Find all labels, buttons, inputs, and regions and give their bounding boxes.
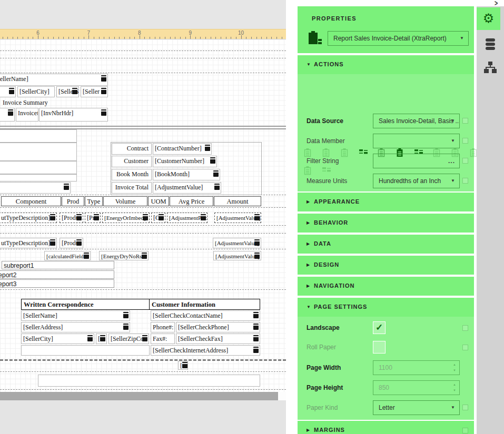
report-control[interactable]: [CustomerNumber] [153, 156, 217, 167]
report-control[interactable]: [SellerName] [0, 74, 108, 86]
field-smart-tag-icon[interactable] [214, 184, 220, 190]
report-control[interactable]: [SellerCity] [17, 86, 55, 97]
report-control[interactable]: Volume [103, 196, 147, 206]
report-control[interactable]: [AdjustmentValue] [213, 251, 261, 260]
report-control[interactable]: [calculatedField1 [44, 251, 91, 260]
page-height-input[interactable]: 850 ▲▼ [373, 380, 460, 395]
filter-string-input[interactable]: ... [373, 154, 460, 168]
report-control[interactable]: [ [178, 361, 188, 370]
report-control[interactable]: [SellerAddress] [21, 322, 130, 332]
section-margins-header[interactable]: ▶ MARGINS [298, 421, 474, 434]
report-control[interactable]: Phone#: [151, 322, 175, 332]
report-control[interactable]: [Or [151, 213, 165, 223]
report-control[interactable]: [SellerS [56, 86, 79, 97]
report-control[interactable] [0, 174, 77, 181]
field-smart-tag-icon[interactable] [253, 312, 259, 318]
report-control[interactable] [0, 129, 77, 143]
section-page-settings-header[interactable]: ▼ PAGE SETTINGS [298, 298, 474, 317]
report-control[interactable] [21, 345, 150, 356]
field-smart-tag-icon[interactable] [210, 157, 215, 164]
tab-report-structure[interactable] [484, 62, 497, 75]
report-control[interactable] [0, 161, 77, 174]
clipboard-action-icon[interactable] [340, 148, 350, 157]
report-control[interactable]: [BookMonth] [153, 169, 220, 180]
report-control[interactable]: Amount [214, 196, 261, 206]
field-smart-tag-icon[interactable] [64, 184, 69, 190]
field-smart-tag-icon[interactable] [101, 88, 106, 94]
report-control[interactable]: [AdjustmentValue] [214, 213, 261, 223]
field-smart-tag-icon[interactable] [205, 145, 210, 151]
report-control[interactable]: [SellerZipCod [108, 334, 149, 344]
align-bars-action-icon[interactable] [359, 148, 368, 157]
field-smart-tag-icon[interactable] [76, 214, 82, 220]
report-control[interactable]: ] [0, 108, 15, 122]
clipboard-action-icon[interactable] [322, 148, 331, 157]
spinner-arrows-icon[interactable]: ▲▼ [453, 362, 456, 374]
report-control[interactable]: Customer Information [149, 299, 260, 310]
report-control[interactable]: Customer [112, 156, 152, 167]
field-smart-tag-icon[interactable] [201, 214, 206, 220]
field-smart-tag-icon[interactable] [72, 88, 77, 94]
report-control[interactable]: [AdjustmentPrice [167, 213, 207, 223]
spinner-arrows-icon[interactable]: ▲▼ [453, 382, 456, 393]
field-smart-tag-icon[interactable] [84, 253, 89, 259]
field-smart-tag-icon[interactable] [254, 239, 260, 246]
section-navigation-header[interactable]: ▶NAVIGATION [298, 277, 474, 296]
report-control[interactable]: [SellerCheckPhone] [176, 322, 260, 332]
section-appearance-header[interactable]: ▶APPEARANCE [298, 193, 474, 211]
field-smart-tag-icon[interactable] [182, 362, 187, 368]
report-control[interactable]: Type [85, 196, 103, 206]
report-control[interactable]: utTypeDescription] [0, 213, 57, 223]
report-control[interactable]: [Produc [60, 213, 83, 223]
field-smart-tag-icon[interactable] [142, 253, 147, 259]
field-smart-tag-icon[interactable] [123, 324, 129, 330]
report-control[interactable]: [EnergyDryNoRsv [99, 251, 149, 260]
tab-properties[interactable]: ⚙ [477, 7, 500, 30]
report-control[interactable]: Component [1, 196, 61, 206]
clipboard-action-icon[interactable] [303, 148, 313, 157]
report-control[interactable]: Prod [62, 196, 84, 206]
section-actions-header[interactable]: ▼ ACTIONS [298, 55, 474, 74]
field-smart-tag-icon[interactable] [143, 214, 148, 220]
horizontal-scrollbar-track[interactable] [0, 392, 286, 400]
field-smart-tag-icon[interactable] [76, 239, 82, 246]
report-control[interactable]: Invoice#: [16, 108, 38, 122]
report-control[interactable]: subreport2 [0, 270, 114, 279]
report-control[interactable]: Avg Price [170, 196, 213, 206]
report-control[interactable]: Invoice Total [112, 182, 152, 194]
ellipsis-button[interactable]: ... [448, 154, 455, 168]
field-smart-tag-icon[interactable] [253, 335, 259, 341]
report-control[interactable]: [SellerCheckFax] [176, 334, 260, 344]
section-data-header[interactable]: ▶DATA [298, 235, 474, 254]
report-control[interactable] [0, 143, 77, 161]
report-control[interactable]: [Produc [60, 238, 83, 248]
report-control[interactable]: [EnergyOrImbed] [102, 213, 150, 223]
report-control[interactable] [38, 375, 260, 387]
field-smart-tag-icon[interactable] [213, 170, 219, 177]
field-smart-tag-icon[interactable] [50, 239, 55, 246]
roll-paper-checkbox[interactable] [373, 341, 386, 354]
tab-field-list[interactable] [484, 38, 497, 54]
report-control[interactable]: [AdjustmentValue] [213, 238, 261, 248]
report-control[interactable]: Book Month [112, 169, 152, 180]
field-smart-tag-icon[interactable] [94, 214, 99, 220]
report-control[interactable]: Fax#: [151, 334, 175, 344]
report-selector-dropdown[interactable]: Report Sales Invoice-Detail (XtraReport)… [328, 31, 469, 46]
section-design-header[interactable]: ▶DESIGN [298, 256, 474, 275]
report-control[interactable]: utTypeDescription] [0, 238, 57, 248]
field-smart-tag-icon[interactable] [123, 312, 129, 318]
field-smart-tag-icon[interactable] [50, 214, 55, 220]
report-control[interactable]: Invoice Summary [1, 98, 54, 107]
report-control[interactable]: [SellerName] [21, 310, 130, 321]
report-control[interactable]: [S [96, 334, 107, 344]
data-member-dropdown[interactable]: ▼ [373, 134, 460, 148]
report-control[interactable]: [SellerCity] [21, 334, 94, 344]
field-smart-tag-icon[interactable] [101, 109, 106, 116]
clipboard-action-icon[interactable] [303, 166, 313, 175]
section-behavior-header[interactable]: ▶BEHAVIOR [298, 214, 474, 233]
data-source-dropdown[interactable]: Sales Invoice-Detail, Basis ... ▼ [373, 114, 460, 128]
report-control[interactable]: [AdjustmentValue] [153, 182, 221, 194]
align-bars-action-icon[interactable] [322, 166, 331, 175]
field-smart-tag-icon[interactable] [253, 324, 259, 330]
report-control[interactable]: [Pro [85, 213, 101, 223]
